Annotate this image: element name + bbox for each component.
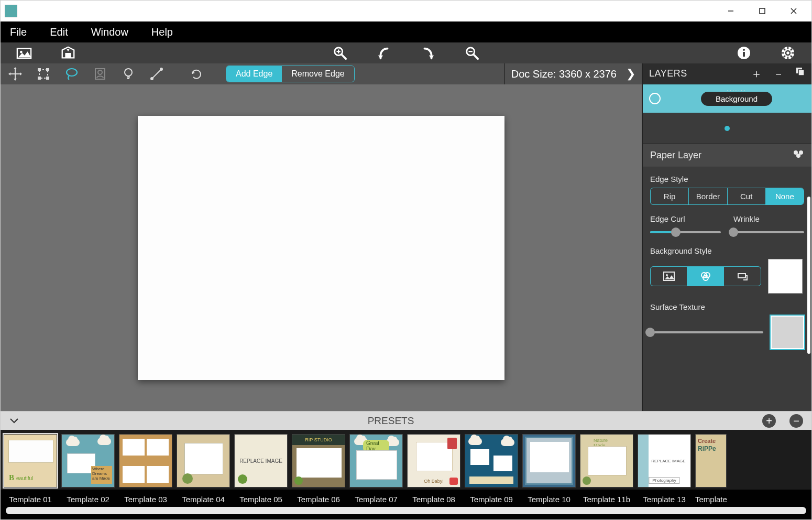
info-icon[interactable]: [736, 46, 752, 60]
remove-edge-button[interactable]: Remove Edge: [282, 66, 354, 82]
remove-preset-button[interactable]: −: [789, 414, 803, 428]
crop-tool-icon[interactable]: [36, 67, 51, 81]
preset-thumb[interactable]: [119, 434, 172, 488]
menu-help[interactable]: Help: [151, 26, 173, 38]
titlebar: [1, 1, 811, 21]
menu-file[interactable]: File: [10, 26, 27, 38]
open-image-icon[interactable]: [16, 46, 32, 60]
zoom-out-icon[interactable]: [464, 46, 480, 60]
paper-canvas[interactable]: [138, 116, 504, 380]
svg-point-41: [151, 78, 153, 80]
doc-size: Doc Size: 3360 x 2376 ❯: [504, 63, 642, 84]
pager-dot: [725, 126, 730, 131]
wrinkle-slider[interactable]: [733, 228, 804, 237]
portrait-tool-icon[interactable]: [93, 67, 107, 81]
remove-layer-icon[interactable]: －: [773, 66, 784, 82]
layers-header: LAYERS ＋ －: [643, 63, 811, 84]
svg-point-49: [666, 274, 668, 276]
preset-thumb[interactable]: Where Dreams are Made: [61, 434, 115, 488]
lasso-tool-icon[interactable]: [64, 67, 79, 81]
rotate-tool-icon[interactable]: [189, 67, 204, 81]
edge-style-cut[interactable]: Cut: [728, 188, 766, 204]
panel-menu-icon[interactable]: [793, 149, 804, 161]
preset-thumb[interactable]: Nature Made: [580, 434, 633, 488]
surface-texture-swatch[interactable]: [771, 316, 804, 349]
app-window: File Edit Window Help: [0, 0, 812, 520]
svg-rect-31: [47, 69, 49, 71]
layer-chip: Background: [668, 92, 805, 106]
preset-thumb[interactable]: Great Day: [349, 434, 403, 488]
panel-section-header: Paper Layer: [643, 143, 811, 167]
preset-label: Template 07: [349, 495, 403, 504]
toolbar-right-group: [736, 46, 796, 60]
save-icon[interactable]: [60, 46, 76, 60]
preset-label: Template 05: [234, 495, 288, 504]
preset-label: Template 02: [61, 495, 115, 504]
preset-label: Template 11b: [580, 495, 633, 504]
svg-rect-1: [760, 8, 765, 14]
expand-doc-size-icon[interactable]: ❯: [626, 67, 635, 81]
panel-body: Edge Style Rip Border Cut None Edge Curl: [643, 167, 811, 360]
preset-thumb[interactable]: Oh Baby!: [407, 434, 460, 488]
wrinkle-label: Wrinkle: [733, 214, 804, 223]
edge-style-rip[interactable]: Rip: [651, 188, 689, 204]
line-tool-icon[interactable]: [149, 67, 164, 81]
layer-item-background[interactable]: Background: [643, 84, 811, 114]
preset-thumb[interactable]: REPLACE IMAGE Photography: [638, 434, 691, 488]
menu-window[interactable]: Window: [91, 26, 128, 38]
duplicate-layer-icon[interactable]: [795, 66, 805, 82]
add-edge-button[interactable]: Add Edge: [226, 66, 282, 82]
svg-rect-30: [38, 69, 40, 71]
edge-curl-slider[interactable]: [650, 228, 721, 237]
zoom-in-icon[interactable]: [332, 46, 348, 60]
canvas-stage[interactable]: [1, 84, 642, 411]
menu-edit[interactable]: Edit: [50, 26, 68, 38]
add-layer-icon[interactable]: ＋: [751, 66, 762, 82]
surface-texture-field: Surface Texture: [650, 302, 804, 349]
bg-style-image[interactable]: [651, 267, 687, 286]
background-style-segment: [650, 266, 761, 286]
titlebar-left: [5, 5, 17, 17]
svg-rect-6: [65, 53, 71, 58]
maximize-button[interactable]: [747, 2, 778, 20]
move-tool-icon[interactable]: [8, 67, 23, 81]
edge-style-border[interactable]: Border: [689, 188, 727, 204]
undo-icon[interactable]: [376, 46, 392, 60]
top-toolbar: [1, 42, 811, 63]
svg-point-47: [796, 154, 800, 158]
preset-label: Template: [695, 495, 727, 504]
layer-visibility-toggle[interactable]: [649, 93, 661, 104]
preset-label: Template 01: [4, 495, 57, 504]
bg-style-paint[interactable]: [724, 267, 761, 286]
svg-rect-32: [38, 77, 40, 79]
surface-texture-slider[interactable]: [650, 328, 763, 337]
svg-line-8: [342, 55, 346, 59]
preset-thumb[interactable]: [465, 434, 518, 488]
minimize-button[interactable]: [715, 2, 747, 20]
settings-icon[interactable]: [780, 46, 796, 60]
layer-pager: [643, 114, 811, 143]
bg-color-swatch[interactable]: [769, 259, 802, 293]
presets-collapse-icon[interactable]: [9, 415, 19, 427]
close-button[interactable]: [778, 2, 809, 20]
preset-thumb[interactable]: [522, 434, 576, 488]
layer-label: Background: [701, 92, 772, 106]
svg-rect-44: [798, 70, 804, 75]
layers-actions: ＋ －: [751, 66, 805, 82]
bg-style-color[interactable]: [687, 267, 724, 286]
redo-icon[interactable]: [420, 46, 436, 60]
preset-thumb[interactable]: [177, 434, 230, 488]
preset-scrollbar[interactable]: [6, 507, 806, 514]
preset-thumb[interactable]: RIP STUDIO: [292, 434, 345, 488]
add-preset-button[interactable]: +: [762, 414, 776, 428]
svg-point-5: [20, 51, 23, 53]
preset-thumb[interactable]: REPLACE IMAGE: [234, 434, 288, 488]
lightbulb-tool-icon[interactable]: [121, 67, 136, 81]
presets-strip: B eautiful Where Dreams are Made REPLACE…: [1, 430, 811, 490]
panel-scrollbar[interactable]: [807, 197, 810, 354]
preset-thumb[interactable]: Create RiPPe: [695, 434, 727, 488]
preset-thumb[interactable]: B eautiful: [4, 434, 57, 488]
canvas-area: Add Edge Remove Edge Doc Size: 3360 x 23…: [1, 63, 642, 411]
edge-style-none[interactable]: None: [766, 188, 804, 204]
toolbar-left-group: [16, 46, 76, 60]
